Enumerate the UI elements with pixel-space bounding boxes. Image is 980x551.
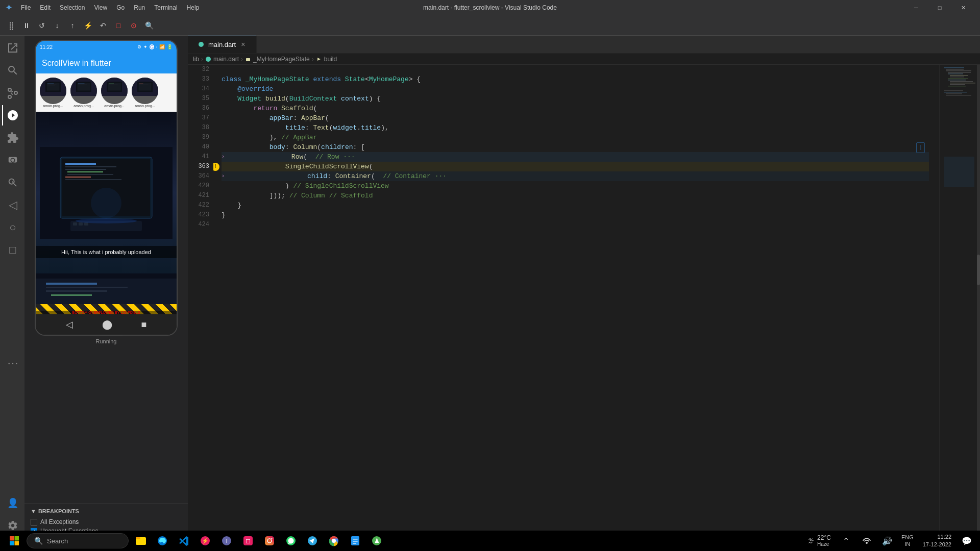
menu-view[interactable]: View xyxy=(90,2,111,13)
notification-icon[interactable]: 💬 xyxy=(958,532,976,550)
system-tray-up-arrow[interactable]: ⌃ xyxy=(837,532,855,550)
editor-content[interactable]: 32 33 34 35 36 37 38 39 40 41 363 364 42… xyxy=(188,65,980,540)
phone-circle-label-1: aman.prog... xyxy=(43,104,63,108)
bp-all-checkbox[interactable] xyxy=(31,519,37,525)
activity-bar: ◁ ○ □ ⋯ 👤 xyxy=(0,36,24,540)
activity-extensions[interactable] xyxy=(2,128,22,148)
line-num-363: 363 xyxy=(188,162,209,171)
svg-rect-38 xyxy=(46,287,128,288)
taskbar-whatsapp[interactable] xyxy=(281,531,301,551)
svg-rect-67 xyxy=(15,541,19,546)
menu-run[interactable]: Run xyxy=(130,2,149,13)
taskbar-app1[interactable]: ⚡ xyxy=(195,531,215,551)
minimize-button[interactable]: ─ xyxy=(904,0,928,15)
menu-help[interactable]: Help xyxy=(183,2,204,13)
taskbar-chrome[interactable] xyxy=(324,531,344,551)
debug-search-btn[interactable]: 🔍 xyxy=(142,19,156,32)
menu-edit[interactable]: Edit xyxy=(36,2,55,13)
expand-41[interactable]: › xyxy=(222,152,225,162)
taskbar-game[interactable]: ♟ xyxy=(366,531,387,551)
taskbar-instagram[interactable] xyxy=(259,531,280,551)
debug-back-btn[interactable]: ↶ xyxy=(96,19,110,32)
code-line-423: } xyxy=(222,210,929,220)
indent-37 xyxy=(222,113,270,123)
svg-rect-85 xyxy=(353,539,358,540)
menu-selection[interactable]: Selection xyxy=(56,2,89,13)
debug-pause-btn[interactable]: ⏸ xyxy=(19,19,34,32)
taskbar-teams[interactable]: T xyxy=(216,531,237,551)
activity-explorer[interactable] xyxy=(2,38,22,58)
weather-desc: Haze xyxy=(817,541,831,547)
code-area[interactable]: class _MyHomePageState extends State<MyH… xyxy=(213,65,939,540)
cm-39: // AppBar xyxy=(281,133,317,142)
tab-main-dart[interactable]: main.dart × xyxy=(188,36,257,53)
svg-rect-23 xyxy=(65,166,116,167)
menu-file[interactable]: File xyxy=(17,2,35,13)
minimap-scrollbar[interactable] xyxy=(977,65,980,540)
maximize-button[interactable]: □ xyxy=(928,0,951,15)
dart-icon xyxy=(205,56,211,62)
line-num-39: 39 xyxy=(188,133,209,142)
language-indicator[interactable]: ENGIN xyxy=(898,534,917,547)
line-num-33: 33 xyxy=(188,74,209,84)
activity-avatar[interactable]: 👤 xyxy=(2,493,22,513)
start-button[interactable] xyxy=(4,531,24,551)
debug-step-into-btn[interactable]: ↑ xyxy=(65,19,80,32)
code-line-35: Widget build(BuildContext context) { xyxy=(222,94,929,104)
phone-recents-btn[interactable]: ■ xyxy=(141,319,147,330)
code-line-363: ! SingleChildScrollView( xyxy=(222,162,929,171)
activity-camera[interactable] xyxy=(2,150,22,170)
activity-run-debug[interactable] xyxy=(2,105,22,126)
svg-text:⚡: ⚡ xyxy=(202,537,209,544)
debug-record-btn[interactable]: ⊙ xyxy=(127,19,141,32)
fn-scrollview: SingleChildScrollView xyxy=(285,162,369,171)
debug-restart-btn[interactable]: ↺ xyxy=(35,19,49,32)
activity-circle[interactable]: ○ xyxy=(2,217,22,238)
running-label: Running xyxy=(90,336,123,346)
line-num-36: 36 xyxy=(188,104,209,113)
phone-circle-label-3: aman.prog... xyxy=(104,104,124,108)
phone-back-btn[interactable]: ◁ xyxy=(66,319,73,330)
close-button[interactable]: ✕ xyxy=(951,0,975,15)
cm-421: // Column // Scaffold xyxy=(289,191,373,201)
taskbar-telegram[interactable] xyxy=(302,531,323,551)
svg-rect-64 xyxy=(10,536,14,541)
minimap-thumb[interactable] xyxy=(977,255,980,285)
brace-423: } xyxy=(222,210,226,220)
activity-back[interactable]: ◁ xyxy=(2,195,22,215)
expand-364[interactable]: › xyxy=(222,171,225,181)
taskbar-edge[interactable] xyxy=(152,531,173,551)
taskbar-files[interactable] xyxy=(345,531,365,551)
punc-colon-37: : xyxy=(293,113,301,123)
system-tray-network[interactable] xyxy=(857,532,876,550)
activity-square[interactable]: □ xyxy=(2,240,22,260)
punc-363: ( xyxy=(369,162,373,171)
phone-home-btn[interactable]: ⬤ xyxy=(102,319,112,330)
breadcrumb-sep-2: › xyxy=(241,56,243,63)
breakpoints-header[interactable]: ▼ BREAKPOINTS xyxy=(31,508,182,514)
taskbar-vscode[interactable] xyxy=(174,531,194,551)
taskbar-search-box[interactable]: 🔍 Search xyxy=(27,533,129,548)
phone-avatar-2 xyxy=(70,78,97,104)
datetime-display[interactable]: 11:22 17-12-2022 xyxy=(919,533,955,549)
debug-grid-btn[interactable]: ⣿ xyxy=(4,19,18,32)
taskbar-file-explorer[interactable] xyxy=(131,531,151,551)
debug-step-over-btn[interactable]: ↓ xyxy=(50,19,64,32)
weather-widget[interactable]: 🌫 22°C Haze xyxy=(804,534,835,547)
activity-more[interactable]: ⋯ xyxy=(2,353,22,373)
phone-app-title: ScrollView in flutter xyxy=(42,59,111,68)
activity-zoom[interactable] xyxy=(2,172,22,193)
taskbar-app2[interactable]: ◻ xyxy=(238,531,258,551)
tab-close-btn[interactable]: × xyxy=(240,39,246,49)
prop-title: title xyxy=(285,123,305,133)
debug-stop-btn[interactable]: □ xyxy=(111,19,126,32)
menu-terminal[interactable]: Terminal xyxy=(150,2,181,13)
svg-rect-51 xyxy=(950,75,968,76)
system-tray-sound[interactable]: 🔊 xyxy=(878,532,896,550)
phone-second-image: BOTTOM OVERFLOWED BY 156 PIXELS xyxy=(36,273,177,314)
debug-hot-btn[interactable]: ⚡ xyxy=(81,19,95,32)
type-widget: Widget xyxy=(237,94,265,104)
activity-search[interactable] xyxy=(2,60,22,81)
menu-go[interactable]: Go xyxy=(112,2,129,13)
activity-source-control[interactable] xyxy=(2,83,22,103)
